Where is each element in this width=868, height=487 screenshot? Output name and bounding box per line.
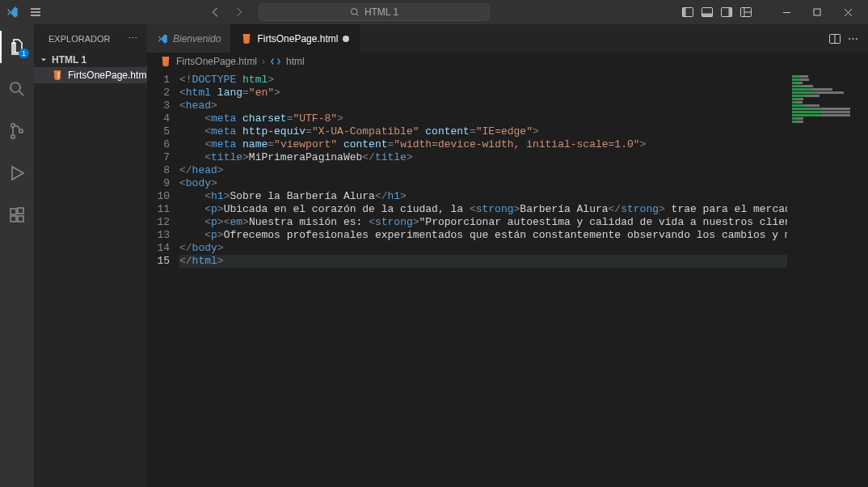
breadcrumb[interactable]: FirtsOnePage.html › html <box>147 53 868 70</box>
svg-rect-8 <box>814 9 820 15</box>
tab-file[interactable]: FirtsOnePage.html <box>231 24 360 53</box>
search-placeholder: HTML 1 <box>364 6 398 18</box>
html-file-icon <box>52 70 63 81</box>
tab-label: FirtsOnePage.html <box>257 33 338 44</box>
explorer-sidebar: EXPLORADOR ⋯ HTML 1 FirtsOnePage.html <box>34 24 147 487</box>
window-maximize-button[interactable] <box>802 0 832 24</box>
dirty-indicator-icon <box>343 36 349 42</box>
tab-welcome[interactable]: Bienvenido <box>147 24 231 53</box>
file-label: FirtsOnePage.html <box>68 70 149 81</box>
folder-label: HTML 1 <box>52 54 86 66</box>
editor-tabs: Bienvenido FirtsOnePage.html ⋯ <box>147 24 868 53</box>
activity-source-control[interactable] <box>0 115 34 147</box>
window-close-button[interactable] <box>832 0 863 24</box>
activity-explorer[interactable]: 1 <box>0 31 34 63</box>
code-editor[interactable]: 123456789101112131415 <!DOCTYPE html><ht… <box>147 70 868 487</box>
breadcrumb-symbol: html <box>286 56 305 67</box>
svg-rect-4 <box>702 14 713 17</box>
folder-root[interactable]: HTML 1 <box>34 53 147 67</box>
line-number-gutter: 123456789101112131415 <box>147 70 179 487</box>
sidebar-title: EXPLORADOR <box>48 34 110 44</box>
tab-label: Bienvenido <box>173 33 221 44</box>
toggle-panel-icon[interactable] <box>698 3 716 21</box>
file-item[interactable]: FirtsOnePage.html <box>34 67 147 83</box>
svg-point-9 <box>11 83 20 92</box>
svg-point-0 <box>351 9 357 15</box>
toggle-primary-sidebar-icon[interactable] <box>679 3 697 21</box>
activity-bar: 1 <box>0 24 34 487</box>
window-minimize-button[interactable] <box>771 0 802 24</box>
svg-rect-14 <box>11 216 16 222</box>
code-content[interactable]: <!DOCTYPE html><html lang="en"><head> <m… <box>179 70 868 487</box>
title-bar: HTML 1 <box>0 0 868 24</box>
vscode-tab-icon <box>157 33 168 44</box>
vscode-logo-icon <box>5 5 19 19</box>
sidebar-more-button[interactable]: ⋯ <box>129 33 137 44</box>
svg-rect-16 <box>18 208 23 214</box>
split-editor-button[interactable] <box>828 32 841 45</box>
svg-rect-6 <box>729 8 732 17</box>
svg-rect-15 <box>18 216 23 222</box>
svg-point-12 <box>19 129 23 133</box>
nav-forward-button[interactable] <box>228 3 249 21</box>
activity-run-debug[interactable] <box>0 157 34 189</box>
nav-back-button[interactable] <box>205 3 226 21</box>
html-file-icon <box>160 56 171 67</box>
minimap[interactable] <box>787 70 868 487</box>
editor-area: Bienvenido FirtsOnePage.html ⋯ FirtsOneP… <box>147 24 868 487</box>
customize-layout-icon[interactable] <box>737 3 755 21</box>
explorer-badge: 1 <box>19 49 29 58</box>
code-symbol-icon <box>270 56 281 67</box>
chevron-right-icon: › <box>262 56 265 67</box>
editor-more-button[interactable]: ⋯ <box>848 32 858 44</box>
breadcrumb-file: FirtsOnePage.html <box>176 56 257 67</box>
command-center-search[interactable]: HTML 1 <box>259 3 490 21</box>
html-tab-icon <box>241 33 252 44</box>
svg-rect-13 <box>11 209 16 214</box>
activity-search[interactable] <box>0 73 34 105</box>
app-menu-button[interactable] <box>24 0 47 24</box>
toggle-secondary-sidebar-icon[interactable] <box>718 3 735 21</box>
svg-point-11 <box>11 135 15 138</box>
svg-rect-2 <box>683 8 686 17</box>
svg-point-10 <box>11 124 15 127</box>
activity-extensions[interactable] <box>0 199 34 231</box>
